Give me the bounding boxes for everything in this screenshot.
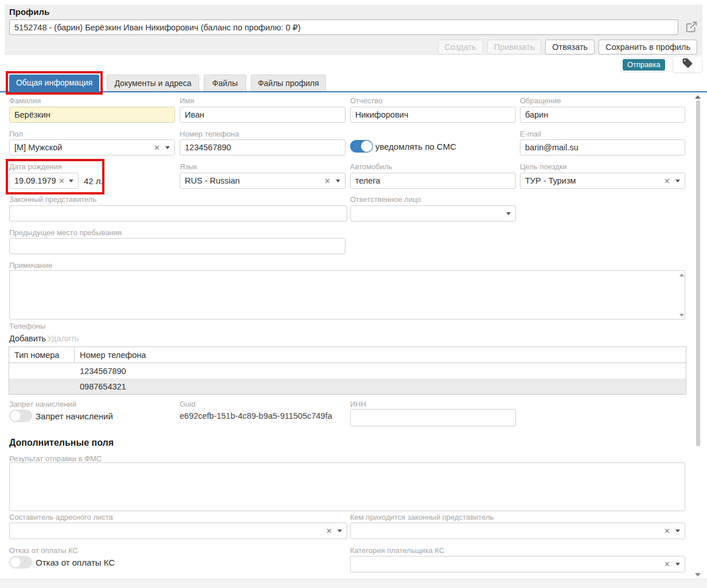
ks-payer-category-select[interactable]: ✕ [350,556,685,573]
chevron-down-icon[interactable] [337,529,342,532]
tag-icon [682,57,693,71]
responsible-person-select[interactable] [350,205,516,221]
ks-refusal-label: Отказ от оплаты КС [9,546,78,555]
page-title: Профиль [9,7,49,17]
legal-representative-input[interactable] [9,205,347,221]
phone-label: Номер телефона [180,130,239,138]
chevron-down-icon[interactable] [675,529,680,532]
table-row[interactable]: 0987654321 [9,379,686,394]
clear-icon[interactable]: ✕ [664,527,670,535]
toggle-knob [10,410,21,422]
chevron-down-icon[interactable] [675,180,680,182]
scrollbar-down-icon[interactable] [695,573,701,577]
legal-representative-label: Законный представитель [9,195,96,204]
profile-page: Профиль Создать Привязать Отвязать Сохра… [0,0,707,588]
car-label: Автомобиль [350,162,393,171]
tab-files[interactable]: Файлы [204,75,246,91]
scrollbar-up-icon[interactable] [695,95,701,99]
legal-rep-relation-select[interactable]: ✕ [350,523,685,539]
save-to-profile-button[interactable]: Сохранить в профиль [599,40,697,54]
ks-refusal-toggle-label: Отказ от оплаты КС [36,558,115,567]
guid-value: e692cefb-151b-4c89-b9a5-911505c749fa [180,411,332,420]
ks-payer-category-label: Категория плательщика КС [350,546,445,555]
tags-button[interactable] [673,56,702,73]
phones-table: Тип номера Номер телефона 1234567890 098… [9,346,686,395]
clear-icon[interactable]: ✕ [324,177,331,185]
first-name-label: Имя [180,96,194,105]
trip-purpose-select[interactable]: ТУР - Туризм ✕ [520,173,685,189]
tab-profile-files[interactable]: Файлы профиля [251,75,326,91]
salutation-label: Обращение [520,96,561,105]
language-label: Язык [180,162,197,171]
detach-button[interactable]: Отвязать [545,40,595,54]
table-row[interactable]: 1234567890 [9,363,686,379]
column-header-number-type: Тип номера [9,347,75,363]
chevron-down-icon[interactable] [675,563,680,566]
birth-date-value: 19.09.1979 [14,176,57,185]
email-label: E-mail [520,130,541,138]
sms-toggle-label: уведомлять по СМС [375,142,456,151]
phone-input[interactable] [180,139,345,155]
fms-result-textarea[interactable] [9,462,685,511]
tab-documents-addresses[interactable]: Документы и адреса [107,75,199,91]
profile-search-input[interactable] [9,20,678,35]
salutation-input[interactable] [520,107,685,123]
chevron-down-icon[interactable] [69,180,73,182]
first-name-input[interactable] [180,107,345,123]
attach-button[interactable]: Привязать [487,40,542,54]
gender-label: Пол [9,130,23,138]
last-name-input[interactable] [9,107,175,123]
phones-section-label: Телефоны [9,322,45,330]
clear-icon[interactable]: ✕ [664,177,670,185]
email-input[interactable] [520,139,685,155]
note-textarea[interactable] [9,270,685,320]
clear-icon[interactable]: ✕ [59,177,65,185]
toggle-knob [10,556,21,568]
birth-date-label: Дата рождения [9,162,62,171]
delete-phone-button[interactable]: Удалить [47,334,79,343]
clear-icon[interactable]: ✕ [154,144,160,151]
address-sheet-author-select[interactable]: ✕ [9,523,347,539]
previous-location-label: Предыдущее место пребывания [9,228,122,237]
inn-label: ИНН [350,400,366,408]
scroll-up-icon[interactable] [679,274,684,277]
previous-location-input[interactable] [9,238,345,254]
additional-fields-heading: Дополнительные поля [9,438,114,448]
legal-rep-relation-label: Кем приходится законный представитель [350,513,494,521]
external-link-icon[interactable] [685,21,699,34]
chevron-down-icon[interactable] [336,180,340,182]
fms-result-label: Результат отправки в ФМС [9,454,102,463]
sms-toggle[interactable] [350,140,373,153]
responsible-person-label: Ответственное лицо [350,195,421,204]
age-value: 42 л. [84,176,103,186]
scroll-down-icon[interactable] [679,314,684,317]
tabs-underline [0,91,707,92]
address-sheet-author-label: Составитель адресного листа [9,513,113,521]
toggle-knob [361,141,372,152]
create-button[interactable]: Создать [438,40,483,54]
header-panel: Профиль Создать Привязать Отвязать Сохра… [5,5,702,55]
middle-name-input[interactable] [350,107,516,123]
chevron-down-icon[interactable] [506,212,511,215]
footer-bar [0,579,707,588]
scrollbar-thumb[interactable] [696,100,700,446]
tab-general-info[interactable]: Общая информация [9,75,99,91]
no-charges-toggle[interactable] [9,410,32,422]
no-charges-label: Запрет начислений [9,400,76,408]
ks-refusal-toggle[interactable] [9,556,32,568]
inn-input[interactable] [350,409,516,426]
cell-phone-number: 0987654321 [75,382,686,391]
language-select[interactable]: RUS - Russian ✕ [180,173,345,189]
gender-select[interactable]: [М] Мужской ✕ [9,139,175,155]
trip-purpose-value: ТУР - Туризм [525,176,662,185]
clear-icon[interactable]: ✕ [664,560,670,568]
middle-name-label: Отчество [350,96,383,105]
add-phone-button[interactable]: Добавить [9,334,46,343]
clear-icon[interactable]: ✕ [326,527,332,535]
car-input[interactable] [350,173,516,189]
chevron-down-icon[interactable] [165,146,170,149]
last-name-label: Фамилия [9,96,41,105]
header-actions: Создать Привязать Отвязать Сохранить в п… [438,40,697,54]
birth-date-picker[interactable]: 19.09.1979 ✕ [9,173,79,189]
column-header-phone-number: Номер телефона [75,351,686,360]
